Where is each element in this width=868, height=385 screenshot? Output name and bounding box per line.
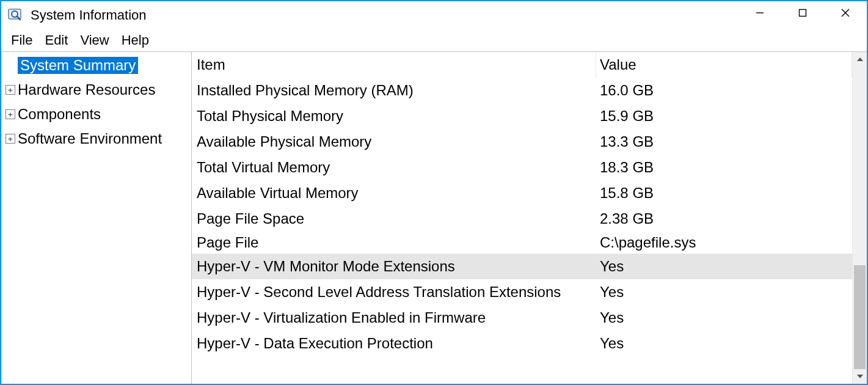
window-title: System Information (31, 7, 739, 23)
scroll-thumb[interactable] (854, 265, 866, 369)
cell-value: Yes (596, 309, 852, 326)
list-row[interactable]: Page File Space2.38 GB (192, 206, 852, 232)
titlebar[interactable]: System Information (1, 1, 867, 29)
cell-value: 15.8 GB (596, 185, 852, 202)
window-controls (739, 1, 867, 29)
list-row[interactable]: Page FileC:\pagefile.sys (192, 232, 852, 254)
list-row[interactable]: Total Physical Memory15.9 GB (192, 103, 852, 129)
cell-item: Page File (192, 234, 596, 251)
tree-item[interactable]: +Software Environment (2, 127, 191, 151)
menu-file[interactable]: File (6, 31, 37, 50)
tree-item-label: Software Environment (18, 131, 162, 146)
cell-item: Page File Space (192, 210, 596, 227)
cell-item: Available Virtual Memory (192, 185, 596, 202)
menu-edit[interactable]: Edit (40, 31, 73, 50)
list-row[interactable]: Hyper-V - Second Level Address Translati… (192, 279, 852, 305)
list-rows: Installed Physical Memory (RAM)16.0 GBTo… (192, 78, 852, 356)
svg-rect-4 (800, 10, 806, 16)
app-window: System Information File Edit View Help +… (0, 0, 868, 385)
list-header[interactable]: Item Value (192, 52, 852, 78)
list-row[interactable]: Available Virtual Memory15.8 GB (192, 180, 852, 206)
menu-view[interactable]: View (75, 31, 114, 50)
scroll-down-arrow[interactable] (853, 369, 867, 384)
cell-value: 13.3 GB (596, 133, 852, 150)
cell-value: 2.38 GB (596, 210, 852, 227)
list-row[interactable]: Hyper-V - Virtualization Enabled in Firm… (192, 305, 852, 331)
cell-item: Hyper-V - Second Level Address Translati… (192, 284, 596, 301)
details-pane: Item Value Installed Physical Memory (RA… (192, 52, 867, 384)
maximize-button[interactable] (781, 1, 824, 24)
expand-icon[interactable]: + (5, 109, 15, 119)
tree-item-label: Components (18, 107, 101, 122)
cell-item: Installed Physical Memory (RAM) (192, 82, 596, 99)
navigation-tree[interactable]: +System Summary+Hardware Resources+Compo… (1, 52, 192, 384)
scroll-track[interactable] (853, 67, 867, 369)
scroll-up-arrow[interactable] (853, 52, 867, 67)
menu-help[interactable]: Help (117, 31, 154, 50)
cell-item: Total Virtual Memory (192, 159, 596, 176)
list-row[interactable]: Hyper-V - VM Monitor Mode ExtensionsYes (192, 254, 852, 279)
tree-item[interactable]: +Components (2, 102, 191, 127)
cell-item: Total Physical Memory (192, 108, 596, 125)
list-row[interactable]: Total Virtual Memory18.3 GB (192, 155, 852, 180)
list-row[interactable]: Installed Physical Memory (RAM)16.0 GB (192, 78, 852, 103)
tree-item-label: System Summary (18, 57, 138, 74)
column-header-value[interactable]: Value (596, 52, 852, 78)
expand-icon[interactable]: + (5, 85, 15, 95)
cell-item: Hyper-V - Data Execution Protection (192, 335, 596, 352)
cell-value: 15.9 GB (596, 108, 852, 125)
cell-value: 16.0 GB (596, 82, 852, 99)
cell-value: C:\pagefile.sys (596, 234, 852, 251)
app-icon (7, 7, 24, 24)
tree-item-label: Hardware Resources (18, 82, 155, 97)
tree-item[interactable]: +System Summary (2, 53, 191, 78)
cell-value: Yes (596, 284, 852, 301)
cell-item: Hyper-V - VM Monitor Mode Extensions (192, 258, 596, 275)
expand-icon[interactable]: + (5, 134, 15, 144)
client-area: +System Summary+Hardware Resources+Compo… (1, 51, 867, 384)
cell-item: Hyper-V - Virtualization Enabled in Firm… (192, 309, 596, 326)
column-header-item[interactable]: Item (192, 52, 596, 78)
cell-value: Yes (596, 335, 852, 352)
vertical-scrollbar[interactable] (852, 52, 867, 384)
cell-value: 18.3 GB (596, 159, 852, 176)
list-row[interactable]: Hyper-V - Data Execution ProtectionYes (192, 331, 852, 356)
cell-item: Available Physical Memory (192, 133, 596, 150)
list-row[interactable]: Available Physical Memory13.3 GB (192, 129, 852, 155)
minimize-button[interactable] (739, 1, 781, 24)
details-list[interactable]: Item Value Installed Physical Memory (RA… (192, 52, 852, 384)
tree-item[interactable]: +Hardware Resources (2, 78, 191, 102)
close-button[interactable] (824, 1, 867, 24)
menubar: File Edit View Help (1, 29, 867, 51)
cell-value: Yes (596, 258, 852, 275)
